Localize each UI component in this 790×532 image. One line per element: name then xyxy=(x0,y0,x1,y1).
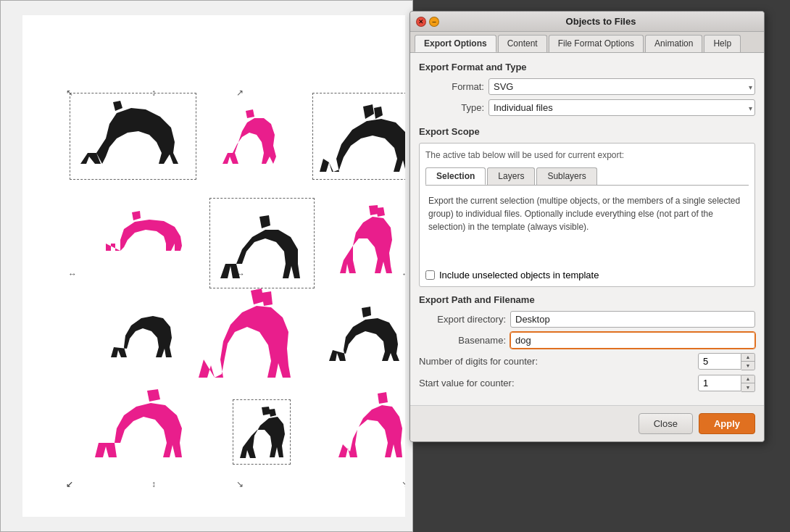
type-select-wrap: Individual files Merged file ▾ xyxy=(488,99,755,116)
inner-tab-layers[interactable]: Layers xyxy=(487,167,535,185)
basename-label: Basename: xyxy=(419,335,506,346)
start-decrement-btn[interactable]: ▼ xyxy=(741,383,754,391)
digits-spinner: ▲ ▼ xyxy=(698,353,755,370)
digits-input[interactable] xyxy=(698,353,741,370)
digits-decrement-btn[interactable]: ▼ xyxy=(741,362,754,370)
dog-10 xyxy=(91,378,204,465)
dog-1 xyxy=(73,95,193,178)
digits-increment-btn[interactable]: ▲ xyxy=(741,354,754,362)
main-tab-bar: Export Options Content File Format Optio… xyxy=(410,32,764,53)
format-label: Format: xyxy=(419,81,484,92)
format-select-wrap: SVG PNG PDF EPS ▾ xyxy=(488,78,755,95)
tab-export-options[interactable]: Export Options xyxy=(415,35,496,52)
dog-4 xyxy=(102,204,189,258)
export-path-section-title: Export Path and Filename xyxy=(419,294,755,305)
tab-content[interactable]: Content xyxy=(498,35,547,52)
start-spinner: ▲ ▼ xyxy=(698,375,755,392)
dialog-body: Export Format and Type Format: SVG PNG P… xyxy=(410,53,764,405)
handle-mr-2: ↔ xyxy=(402,269,405,276)
start-label: Start value for counter: xyxy=(419,378,694,388)
close-window-button[interactable]: ✕ xyxy=(416,17,426,27)
include-unselected-label: Include unselected objects in template xyxy=(439,270,599,280)
export-format-section-title: Export Format and Type xyxy=(419,62,755,72)
minimize-icon: – xyxy=(432,18,436,25)
titlebar-buttons: ✕ – xyxy=(416,17,439,27)
type-label: Type: xyxy=(419,102,484,113)
type-select[interactable]: Individual files Merged file xyxy=(488,99,755,116)
dog-7 xyxy=(193,273,305,385)
basename-row: Basename: xyxy=(419,332,755,349)
dog-12 xyxy=(330,386,405,466)
export-dir-input[interactable] xyxy=(510,311,755,328)
start-input[interactable] xyxy=(698,375,741,391)
objects-to-files-dialog: ✕ – Objects to Files Export Options Cont… xyxy=(409,11,765,442)
inner-tab-bar: Selection Layers Sublayers xyxy=(425,167,749,186)
include-unselected-row: Include unselected objects in template xyxy=(425,270,749,280)
dialog-title: Objects to Files xyxy=(444,16,758,27)
dog-8 xyxy=(108,298,177,363)
handle-ml: ↔ xyxy=(68,269,75,276)
format-row: Format: SVG PNG PDF EPS ▾ xyxy=(419,78,755,95)
basename-input[interactable] xyxy=(510,332,755,349)
dog-11 xyxy=(237,404,289,462)
digits-row: Number of digits for counter: ▲ ▼ xyxy=(419,353,755,370)
inner-tab-content: Export the current selection (multipe ob… xyxy=(425,191,749,264)
close-icon: ✕ xyxy=(418,18,424,25)
scope-note: The active tab below will be used for cu… xyxy=(425,149,749,162)
apply-button[interactable]: Apply xyxy=(699,413,755,434)
handle-bc: ↕ xyxy=(151,479,159,486)
tab-animation[interactable]: Animation xyxy=(645,35,702,52)
tab-help[interactable]: Help xyxy=(704,35,741,52)
handle-tr: ↗ xyxy=(236,88,244,95)
format-select[interactable]: SVG PNG PDF EPS xyxy=(488,78,755,95)
dog-3 xyxy=(316,93,405,180)
minimize-window-button[interactable]: – xyxy=(429,17,439,27)
dog-9 xyxy=(325,299,405,365)
dialog-footer: Close Apply xyxy=(410,405,764,441)
canvas-area: ↖ ↗ ↙ ↔ ↔ ↘ ↕ ↕ xyxy=(0,0,413,532)
handle-br: ↘ xyxy=(236,479,244,486)
dog-2 xyxy=(217,102,289,167)
canvas-inner: ↖ ↗ ↙ ↔ ↔ ↘ ↕ ↕ xyxy=(22,15,405,517)
tab-file-format-options[interactable]: File Format Options xyxy=(549,35,644,52)
handle-bl-2: ↙ xyxy=(66,479,73,486)
type-row: Type: Individual files Merged file ▾ xyxy=(419,99,755,116)
close-button[interactable]: Close xyxy=(639,413,693,434)
digits-spinner-buttons: ▲ ▼ xyxy=(741,353,755,370)
handle-br-2: ↘ xyxy=(402,479,405,486)
dog-6 xyxy=(325,202,405,280)
dialog-titlebar: ✕ – Objects to Files xyxy=(410,12,764,32)
export-dir-row: Export directory: xyxy=(419,311,755,328)
digits-label: Number of digits for counter: xyxy=(419,356,694,367)
start-increment-btn[interactable]: ▲ xyxy=(741,375,754,383)
inner-tab-sublayers[interactable]: Sublayers xyxy=(536,167,596,185)
start-spinner-buttons: ▲ ▼ xyxy=(741,375,755,392)
export-dir-label: Export directory: xyxy=(419,314,506,325)
export-scope-section-title: Export Scope xyxy=(419,126,755,137)
scope-box: The active tab below will be used for cu… xyxy=(419,143,755,287)
inner-tab-selection[interactable]: Selection xyxy=(425,167,486,185)
start-row: Start value for counter: ▲ ▼ xyxy=(419,375,755,392)
include-unselected-checkbox[interactable] xyxy=(425,270,435,280)
